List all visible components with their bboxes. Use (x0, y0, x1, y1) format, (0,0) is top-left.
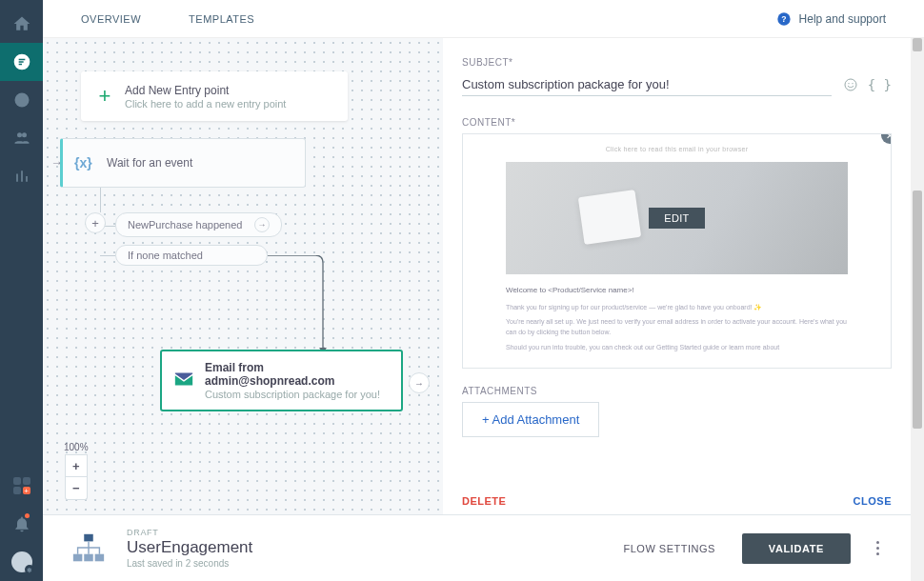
email-output-port[interactable]: → (409, 372, 430, 393)
attachments-label: ATTACHMENTS (462, 386, 892, 396)
content-label: CONTENT* (462, 117, 892, 128)
home-icon[interactable] (0, 5, 43, 43)
preview-text: Should you run into trouble, you can che… (506, 342, 848, 352)
subject-input[interactable] (462, 73, 832, 96)
branch-output-icon[interactable]: → (254, 217, 270, 232)
left-navigation-rail: + (0, 0, 43, 581)
email-icon (173, 369, 197, 393)
email-subtitle: Custom subscription package for you! (205, 389, 390, 400)
flow-status: DRAFT (127, 528, 252, 537)
account-icon[interactable] (0, 543, 43, 581)
subject-label: SUBJECT* (462, 57, 892, 68)
zoom-out-button[interactable]: − (65, 477, 88, 500)
email-editor-panel: SUBJECT* { } CONTENT* ✕ Click here to re… (443, 38, 911, 514)
email-content-preview[interactable]: ✕ Click here to read this email in your … (462, 133, 892, 369)
variable-icon: {x} (74, 155, 99, 170)
svg-point-2 (17, 132, 22, 137)
svg-text:?: ? (781, 14, 786, 24)
flow-saved-time: Last saved in 2 seconds (127, 558, 252, 569)
close-button[interactable]: CLOSE (854, 495, 892, 507)
svg-point-7 (845, 79, 856, 90)
preview-text: You're nearly all set up. We just need t… (506, 316, 848, 337)
flow-name[interactable]: UserEngagement (127, 538, 252, 557)
svg-rect-13 (94, 553, 104, 561)
chat-icon[interactable] (0, 81, 43, 119)
svg-point-3 (22, 132, 27, 137)
svg-rect-12 (84, 553, 93, 561)
delete-button[interactable]: DELETE (462, 495, 506, 507)
plus-icon: + (92, 84, 117, 109)
svg-point-8 (848, 83, 849, 84)
flows-icon[interactable] (0, 43, 43, 81)
zoom-level: 100% (64, 442, 89, 452)
tab-templates[interactable]: TEMPLATES (189, 13, 254, 25)
flow-canvas[interactable]: → + Add New Entry point Click here to ad… (43, 38, 443, 514)
emoji-icon[interactable] (843, 77, 858, 92)
email-title: Email from admin@shopnread.com (205, 361, 390, 388)
add-entry-point-node[interactable]: + Add New Entry point Click here to add … (81, 71, 348, 121)
apps-icon[interactable]: + (0, 467, 43, 505)
help-link[interactable]: ? Help and support (776, 11, 886, 27)
add-attachment-button[interactable]: + Add Attachment (462, 402, 599, 437)
entry-subtitle: Click here to add a new entry point (125, 98, 286, 110)
branch-new-purchase[interactable]: NewPurchase happened → (115, 212, 282, 237)
preview-text: Thank you for signing up for our product… (506, 302, 848, 312)
help-label: Help and support (799, 12, 886, 26)
wait-event-node[interactable]: {x} Wait for an event (60, 138, 306, 188)
bottom-toolbar: DRAFT UserEngagement Last saved in 2 sec… (43, 514, 911, 581)
analytics-icon[interactable] (0, 157, 43, 195)
preview-browser-link: Click here to read this email in your br… (506, 146, 848, 152)
connector-line (100, 255, 115, 256)
zoom-in-button[interactable]: + (65, 454, 88, 477)
scrollbar-thumb[interactable] (913, 190, 922, 429)
flow-diagram-icon (67, 527, 110, 570)
flow-settings-button[interactable]: FLOW SETTINGS (623, 543, 714, 554)
zoom-control: 100% + − (64, 442, 89, 500)
edit-content-button[interactable]: EDIT (649, 208, 704, 229)
placeholder-icon[interactable]: { } (868, 77, 892, 92)
people-icon[interactable] (0, 119, 43, 157)
connector-line (100, 188, 101, 212)
notification-dot (25, 513, 30, 518)
svg-rect-10 (84, 533, 93, 541)
top-navigation: OVERVIEW TEMPLATES ? Help and support (43, 0, 924, 38)
svg-rect-11 (72, 553, 82, 561)
scrollbar-thumb[interactable] (913, 38, 922, 51)
notifications-icon[interactable] (0, 505, 43, 543)
scrollbar (911, 38, 924, 581)
add-branch-button[interactable]: + (85, 212, 106, 233)
wait-title: Wait for an event (107, 156, 192, 170)
preview-hero-image: EDIT (506, 162, 848, 274)
tab-overview[interactable]: OVERVIEW (81, 13, 141, 25)
help-icon: ? (776, 11, 792, 27)
connector-path (268, 255, 325, 355)
validate-button[interactable]: VALIDATE (742, 533, 851, 564)
email-node[interactable]: Email from admin@shopnread.com Custom su… (160, 350, 403, 411)
preview-heading: Welcome to <Product/Service name>! (506, 286, 848, 294)
more-options-icon[interactable] (868, 534, 887, 563)
branch-label: NewPurchase happened (128, 219, 242, 230)
svg-point-9 (852, 83, 853, 84)
entry-title: Add New Entry point (125, 84, 286, 97)
branch-none-matched[interactable]: If none matched (115, 245, 268, 266)
svg-point-1 (14, 93, 29, 108)
